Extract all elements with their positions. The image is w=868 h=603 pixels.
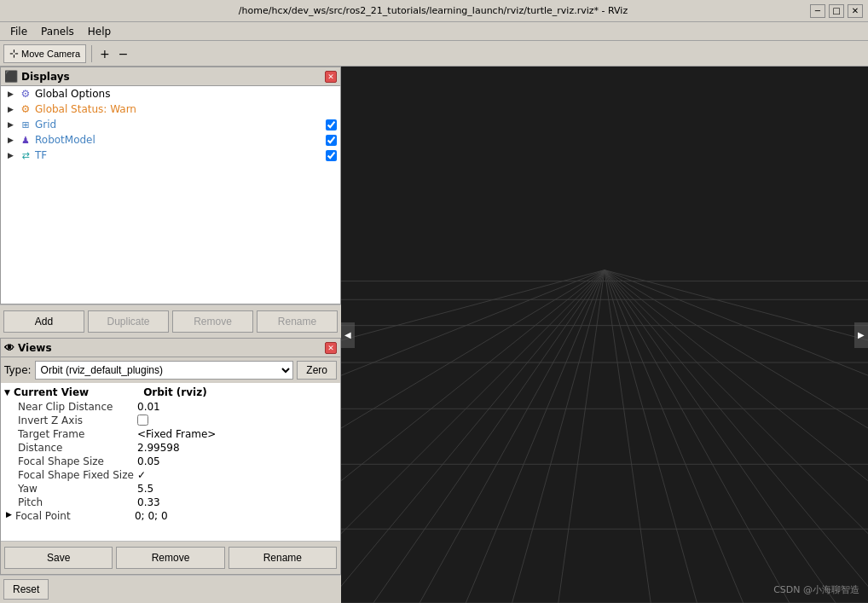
grid-icon: ⊞	[20, 119, 32, 130]
views-header: 👁 Views ✕	[1, 339, 340, 357]
menu-file[interactable]: File	[3, 24, 34, 39]
global-options-label: Global Options	[35, 88, 337, 100]
views-current-view-header[interactable]: ▼ Current View Orbit (rviz)	[1, 385, 340, 400]
svg-rect-0	[341, 67, 868, 603]
menu-panels[interactable]: Panels	[34, 24, 81, 39]
views-buttons-row: Save Remove Rename	[1, 541, 340, 574]
pitch-label: Pitch	[18, 496, 137, 508]
maximize-button[interactable]: □	[829, 4, 844, 18]
target-frame-label: Target Frame	[18, 428, 137, 440]
views-type-row: Type: Orbit (rviz_default_plugins) Zero	[1, 357, 340, 383]
displays-icon: ⬛	[4, 70, 18, 83]
bottom-row: Reset	[0, 575, 341, 603]
displays-section: ⬛ Displays ✕ ▶ ⚙ Global Options ▶ ⚙ Glob…	[0, 67, 341, 304]
titlebar-buttons: − □ ✕	[810, 4, 863, 18]
left-panel: ⬛ Displays ✕ ▶ ⚙ Global Options ▶ ⚙ Glob…	[0, 67, 341, 603]
robotmodel-icon: ♟	[20, 134, 32, 146]
views-remove-button[interactable]: Remove	[116, 547, 224, 569]
views-content: ▼ Current View Orbit (rviz) Near Clip Di…	[1, 383, 340, 541]
tree-item-tf[interactable]: ▶ ⇄ TF	[1, 148, 340, 163]
tree-arrow: ▶	[8, 105, 16, 113]
views-close-button[interactable]: ✕	[325, 342, 337, 354]
views-zero-button[interactable]: Zero	[297, 361, 337, 380]
robotmodel-label: RobotModel	[35, 134, 322, 146]
robotmodel-checkbox[interactable]	[326, 135, 337, 146]
distance-value: 2.99598	[137, 442, 180, 454]
yaw-label: Yaw	[18, 483, 137, 495]
tf-icon: ⇄	[20, 149, 32, 161]
tree-arrow: ▶	[8, 136, 16, 144]
move-camera-button[interactable]: ⊹ Move Camera	[3, 44, 86, 63]
global-status-label: Global Status: Warn	[35, 103, 337, 115]
views-row-focal-shape-size: Focal Shape Size 0.05	[1, 455, 340, 468]
focal-point-label: Focal Point	[15, 510, 135, 522]
views-icon: 👁	[4, 342, 14, 354]
tf-label: TF	[35, 149, 322, 161]
main-area: ⬛ Displays ✕ ▶ ⚙ Global Options ▶ ⚙ Glob…	[0, 67, 868, 603]
displays-header: ⬛ Displays ✕	[1, 67, 340, 86]
toolbar-separator	[91, 45, 92, 62]
focal-point-value: 0; 0; 0	[135, 510, 168, 522]
titlebar-title: /home/hcx/dev_ws/src/ros2_21_tutorials/l…	[56, 5, 810, 16]
views-current-view-type: Orbit (rviz)	[143, 386, 207, 398]
duplicate-button[interactable]: Duplicate	[88, 310, 169, 333]
move-camera-icon: ⊹	[9, 47, 19, 60]
views-type-label: Type:	[4, 364, 32, 376]
views-row-invert-z: Invert Z Axis	[1, 414, 340, 427]
remove-button[interactable]: Remove	[172, 310, 253, 333]
displays-close-button[interactable]: ✕	[325, 71, 337, 83]
tf-checkbox[interactable]	[326, 150, 337, 161]
yaw-value: 5.5	[137, 483, 153, 495]
tree-item-global-status[interactable]: ▶ ⚙ Global Status: Warn	[1, 101, 340, 117]
grid-label: Grid	[35, 119, 322, 130]
close-button[interactable]: ✕	[848, 4, 863, 18]
watermark: CSDN @小海聊智造	[773, 583, 859, 596]
tree-item-robotmodel[interactable]: ▶ ♟ RobotModel	[1, 132, 340, 148]
views-save-button[interactable]: Save	[4, 547, 113, 569]
views-row-pitch: Pitch 0.33	[1, 496, 340, 509]
invert-z-label: Invert Z Axis	[18, 415, 137, 426]
views-row-near-clip: Near Clip Distance 0.01	[1, 400, 340, 414]
displays-tree: ▶ ⚙ Global Options ▶ ⚙ Global Status: Wa…	[1, 86, 340, 304]
views-arrow-icon: ▼	[4, 388, 10, 397]
views-row-focal-fixed: Focal Shape Fixed Size ✓	[1, 468, 340, 482]
tree-arrow: ▶	[8, 151, 16, 159]
views-type-select[interactable]: Orbit (rviz_default_plugins)	[35, 361, 294, 380]
reset-button[interactable]: Reset	[3, 579, 49, 600]
menu-help[interactable]: Help	[81, 24, 118, 39]
focal-fixed-label: Focal Shape Fixed Size	[18, 469, 137, 481]
minimize-button[interactable]: −	[810, 4, 825, 18]
move-camera-label: Move Camera	[21, 49, 80, 59]
near-clip-label: Near Clip Distance	[18, 401, 137, 413]
grid-checkbox[interactable]	[326, 119, 337, 130]
focal-shape-size-label: Focal Shape Size	[18, 455, 137, 467]
global-options-icon: ⚙	[20, 88, 32, 100]
toolbar: ⊹ Move Camera + −	[0, 41, 868, 67]
left-arrow-button[interactable]: ◀	[341, 322, 355, 348]
views-rename-button[interactable]: Rename	[229, 547, 337, 569]
titlebar: /home/hcx/dev_ws/src/ros2_21_tutorials/l…	[0, 0, 868, 22]
tree-arrow: ▶	[8, 120, 16, 129]
views-row-yaw: Yaw 5.5	[1, 482, 340, 496]
focal-point-arrow: ▶	[6, 510, 12, 522]
right-arrow-button[interactable]: ▶	[854, 322, 868, 348]
global-status-icon: ⚙	[20, 103, 32, 115]
tree-item-grid[interactable]: ▶ ⊞ Grid	[1, 117, 340, 132]
target-frame-value: <Fixed Frame>	[137, 428, 216, 440]
toolbar-minus-button[interactable]: −	[116, 47, 131, 61]
tree-item-global-options[interactable]: ▶ ⚙ Global Options	[1, 86, 340, 101]
menubar: File Panels Help	[0, 22, 868, 41]
views-section: 👁 Views ✕ Type: Orbit (rviz_default_plug…	[0, 338, 341, 575]
3d-viewport	[341, 67, 868, 603]
invert-z-checkbox[interactable]	[137, 415, 148, 426]
focal-shape-size-value: 0.05	[137, 455, 160, 467]
rename-button[interactable]: Rename	[257, 310, 338, 333]
views-row-focal-point[interactable]: ▶ Focal Point 0; 0; 0	[1, 509, 340, 523]
views-title: 👁 Views	[4, 342, 52, 354]
pitch-value: 0.33	[137, 496, 160, 508]
displays-title: ⬛ Displays	[4, 70, 70, 83]
views-row-distance: Distance 2.99598	[1, 441, 340, 455]
add-button[interactable]: Add	[3, 310, 84, 333]
toolbar-plus-button[interactable]: +	[97, 47, 113, 61]
viewport[interactable]: ◀ ▶ CSDN @小海聊智造	[341, 67, 868, 603]
